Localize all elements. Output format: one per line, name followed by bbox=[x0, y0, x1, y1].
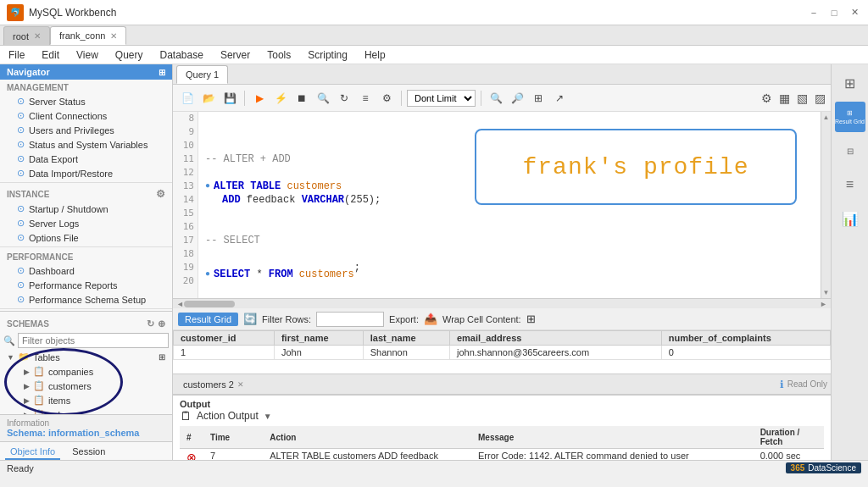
schemas-add-icon[interactable]: ⊕ bbox=[158, 318, 165, 329]
instance-gear-icon[interactable]: ⚙ bbox=[156, 188, 165, 200]
action-output-dropdown[interactable]: ▼ bbox=[264, 412, 272, 421]
right-panel-toggle[interactable]: ⊞ bbox=[835, 68, 865, 98]
tab-root[interactable]: root ✕ bbox=[3, 26, 50, 45]
nav-server-logs[interactable]: ⊙ Server Logs bbox=[0, 216, 172, 230]
menu-tools[interactable]: Tools bbox=[264, 47, 294, 63]
nav-options-file[interactable]: ⊙ Options File bbox=[0, 230, 172, 245]
close-frank-tab[interactable]: ✕ bbox=[110, 31, 117, 41]
perf-schema-icon: ⊙ bbox=[17, 294, 25, 305]
line-20: 20 bbox=[183, 274, 194, 288]
table-customers[interactable]: ▶ 📋 customers bbox=[0, 379, 172, 393]
field-types-btn[interactable]: ≡ bbox=[835, 169, 865, 200]
toolbar-stop[interactable]: ⏹ bbox=[292, 89, 311, 108]
scroll-down-btn[interactable]: ▼ bbox=[823, 289, 830, 296]
toolbar-zoom[interactable]: 🔎 bbox=[508, 89, 526, 108]
customers2-tab-label: customers 2 bbox=[183, 379, 234, 390]
scroll-right-btn[interactable]: ► bbox=[820, 300, 827, 308]
close-button[interactable]: ✕ bbox=[848, 6, 861, 19]
nav-server-logs-label: Server Logs bbox=[29, 219, 79, 229]
filter-rows-input[interactable] bbox=[316, 312, 384, 327]
nav-users-privileges[interactable]: ⊙ Users and Privileges bbox=[0, 123, 172, 137]
line-15: 15 bbox=[183, 207, 194, 220]
layout3-icon[interactable]: ▨ bbox=[815, 91, 826, 105]
table-items[interactable]: ▶ 📋 items bbox=[0, 393, 172, 407]
code-line-8 bbox=[205, 112, 814, 125]
menu-scripting[interactable]: Scripting bbox=[304, 47, 351, 63]
nav-client-connections[interactable]: ⊙ Client Connections bbox=[0, 108, 172, 123]
maximize-button[interactable]: □ bbox=[827, 6, 841, 19]
scroll-left-btn[interactable]: ◄ bbox=[176, 300, 184, 308]
layout-icon[interactable]: ▦ bbox=[779, 91, 790, 105]
nav-data-import[interactable]: ⊙ Data Import/Restore bbox=[0, 166, 172, 180]
menu-help[interactable]: Help bbox=[361, 47, 389, 63]
minimize-button[interactable]: − bbox=[807, 6, 821, 19]
tables-folder[interactable]: ▼ 📁 Tables ⊞ bbox=[0, 350, 172, 364]
nav-dashboard[interactable]: ⊙ Dashboard bbox=[0, 263, 172, 278]
toolbar-execute[interactable]: ▶ bbox=[250, 89, 269, 108]
settings-icon[interactable]: ⚙ bbox=[761, 91, 772, 105]
query-stats-btn[interactable]: 📊 bbox=[835, 203, 865, 234]
tab-frank-conn[interactable]: frank_conn ✕ bbox=[50, 26, 126, 45]
toolbar-debug[interactable]: 🔍 bbox=[314, 89, 332, 108]
toolbar-save[interactable]: 💾 bbox=[220, 89, 239, 108]
wrap-icon[interactable]: ⊞ bbox=[526, 313, 536, 325]
toolbar-grid[interactable]: ⊞ bbox=[529, 89, 548, 108]
toolbar-new-file[interactable]: 📄 bbox=[178, 89, 197, 108]
menu-server[interactable]: Server bbox=[217, 47, 253, 63]
toolbar-execute-current[interactable]: ⚡ bbox=[271, 89, 290, 108]
toolbar-more[interactable]: ⚙ bbox=[377, 89, 396, 108]
export-icon[interactable]: 📤 bbox=[424, 313, 437, 325]
info-icon: ℹ bbox=[780, 379, 784, 390]
line-12: 12 bbox=[183, 166, 194, 180]
kw-alter: ALTER TABLE bbox=[214, 180, 287, 193]
tab-root-label: root bbox=[13, 31, 29, 42]
close-root-tab[interactable]: ✕ bbox=[34, 31, 41, 41]
query-tab-1[interactable]: Query 1 bbox=[176, 65, 228, 84]
nav-perf-reports[interactable]: ⊙ Performance Reports bbox=[0, 278, 172, 292]
menu-file[interactable]: File bbox=[5, 47, 28, 63]
toolbar-export[interactable]: ↗ bbox=[550, 89, 569, 108]
horizontal-scrollbar[interactable]: ◄ ► bbox=[173, 298, 831, 308]
tab-session[interactable]: Session bbox=[67, 445, 110, 460]
close-customers2-tab[interactable]: ✕ bbox=[237, 380, 244, 389]
code-line-19: ● SELECT * FROM customers; bbox=[205, 261, 814, 288]
status-text: Ready bbox=[7, 463, 34, 473]
nav-status-variables[interactable]: ⊙ Status and System Variables bbox=[0, 137, 172, 152]
schema-name-label: Schema: information_schema bbox=[7, 428, 165, 438]
menu-view[interactable]: View bbox=[73, 47, 102, 63]
toolbar-format[interactable]: ≡ bbox=[356, 89, 375, 108]
nav-expand-icon[interactable]: ⊞ bbox=[159, 68, 165, 77]
menu-edit[interactable]: Edit bbox=[38, 47, 63, 63]
layout2-icon[interactable]: ▧ bbox=[797, 91, 808, 105]
export-label: Export: bbox=[389, 314, 419, 324]
menu-query[interactable]: Query bbox=[112, 47, 147, 63]
table-companies[interactable]: ▶ 📋 companies bbox=[0, 364, 172, 379]
query-tabbar: Query 1 bbox=[173, 64, 831, 85]
options-file-icon: ⊙ bbox=[17, 232, 25, 243]
nav-startup-shutdown[interactable]: ⊙ Startup / Shutdown bbox=[0, 202, 172, 216]
toolbar-step[interactable]: ↻ bbox=[335, 89, 353, 108]
table-sales[interactable]: ▶ 📋 sales bbox=[0, 407, 172, 414]
action-output-header: 🗒 Action Output ▼ bbox=[180, 409, 824, 423]
vertical-scrollbar[interactable]: ▲ ▼ bbox=[821, 112, 831, 298]
tables-expand-icon[interactable]: ⊞ bbox=[159, 352, 165, 362]
data-import-icon: ⊙ bbox=[17, 168, 25, 179]
schemas-refresh-icon[interactable]: ↻ bbox=[147, 318, 154, 329]
tab-object-info[interactable]: Object Info bbox=[5, 445, 60, 460]
information-label: Information bbox=[7, 418, 165, 428]
menu-database[interactable]: Database bbox=[157, 47, 207, 63]
customers2-tab[interactable]: customers 2 ✕ bbox=[176, 378, 251, 391]
form-editor-btn[interactable]: ⊟ bbox=[835, 136, 865, 166]
users-priv-icon: ⊙ bbox=[17, 125, 25, 136]
limit-select[interactable]: Dont Limit 1000 rows bbox=[407, 90, 476, 107]
nav-perf-schema[interactable]: ⊙ Performance Schema Setup bbox=[0, 292, 172, 307]
add-keyword: ADD feedback VARCHAR(255); bbox=[205, 193, 381, 207]
result-grid-btn[interactable]: ⊞ Result Grid bbox=[835, 102, 865, 132]
schema-filter-input[interactable] bbox=[18, 333, 169, 348]
result-grid-tab[interactable]: Result Grid bbox=[178, 313, 238, 326]
nav-server-status[interactable]: ⊙ Server Status bbox=[0, 94, 172, 108]
toolbar-find[interactable]: 🔍 bbox=[487, 89, 505, 108]
scroll-up-btn[interactable]: ▲ bbox=[823, 113, 830, 121]
nav-data-export[interactable]: ⊙ Data Export bbox=[0, 152, 172, 166]
toolbar-open[interactable]: 📂 bbox=[199, 89, 218, 108]
